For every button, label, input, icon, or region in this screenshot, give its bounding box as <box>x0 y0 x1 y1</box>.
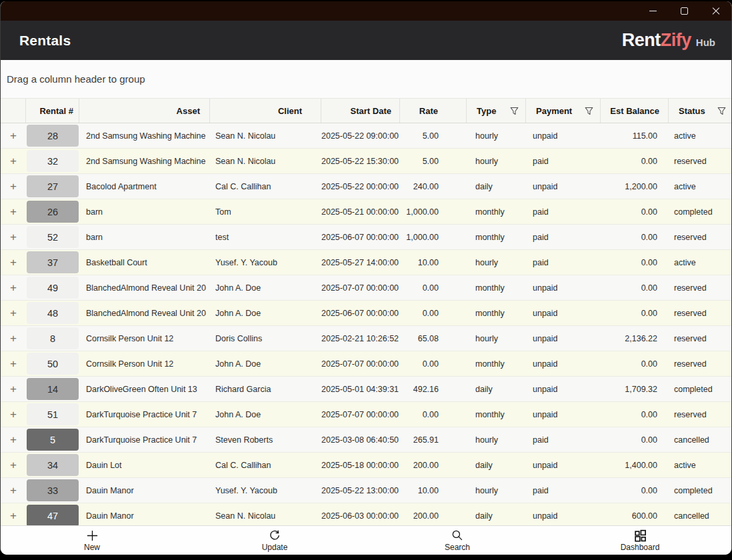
rate-cell[interactable]: 0.00 <box>400 309 467 318</box>
asset-cell[interactable]: BlanchedAlmond Reveal Unit 20 <box>79 309 210 318</box>
client-cell[interactable]: Sean N. Nicolau <box>210 511 321 521</box>
start-date-cell[interactable]: 2025-07-07 00:00:00 <box>321 283 400 293</box>
row-expander[interactable]: + <box>1 433 26 447</box>
table-row[interactable]: +27Bacolod ApartmentCal C. Callihan2025-… <box>1 174 731 199</box>
client-cell[interactable]: John A. Doe <box>210 309 321 318</box>
table-row[interactable]: +48BlanchedAlmond Reveal Unit 20John A. … <box>1 301 731 326</box>
status-cell[interactable]: active <box>669 131 731 141</box>
asset-cell[interactable]: barn <box>79 207 210 217</box>
payment-cell[interactable]: paid <box>526 258 601 267</box>
payment-cell[interactable]: paid <box>526 157 601 166</box>
rate-cell[interactable]: 10.00 <box>400 486 467 495</box>
client-cell[interactable]: Steven Roberts <box>210 435 321 445</box>
start-date-cell[interactable]: 2025-03-08 06:40:50 <box>321 435 400 445</box>
column-header-status[interactable]: Status <box>669 99 731 123</box>
start-date-cell[interactable]: 2025-06-07 00:00:00 <box>321 233 400 242</box>
status-cell[interactable]: cancelled <box>669 435 731 445</box>
type-cell[interactable]: hourly <box>467 334 526 343</box>
rate-cell[interactable]: 200.00 <box>400 511 467 521</box>
client-cell[interactable]: Sean N. Nicolau <box>210 131 321 141</box>
est-balance-cell[interactable]: 0.00 <box>601 435 669 445</box>
rate-cell[interactable]: 240.00 <box>400 182 467 191</box>
rental-number-cell[interactable]: 14 <box>26 378 79 400</box>
status-cell[interactable]: reserved <box>669 233 731 242</box>
rental-number-cell[interactable]: 34 <box>26 454 79 476</box>
asset-cell[interactable]: Cornsilk Person Unit 12 <box>79 334 210 343</box>
est-balance-cell[interactable]: 0.00 <box>601 283 669 293</box>
start-date-cell[interactable]: 2025-06-03 00:00:00 <box>321 511 400 521</box>
type-cell[interactable]: hourly <box>467 258 526 267</box>
rental-number-cell[interactable]: 51 <box>26 403 79 425</box>
asset-cell[interactable]: barn <box>79 233 210 242</box>
rental-number-cell[interactable]: 49 <box>26 277 79 299</box>
start-date-cell[interactable]: 2025-05-22 09:00:00 <box>321 131 400 141</box>
payment-cell[interactable]: unpaid <box>526 182 601 191</box>
column-header-start_date[interactable]: Start Date <box>321 99 400 123</box>
status-cell[interactable]: cancelled <box>669 511 731 521</box>
table-row[interactable]: +33Dauin ManorYusef. Y. Yacoub2025-05-22… <box>1 478 731 503</box>
type-cell[interactable]: daily <box>467 461 526 470</box>
asset-cell[interactable]: Cornsilk Person Unit 12 <box>79 359 210 369</box>
table-row[interactable]: +47Dauin ManorSean N. Nicolau2025-06-03 … <box>1 503 731 525</box>
row-expander[interactable]: + <box>1 357 26 371</box>
table-row[interactable]: +26barnTom2025-05-21 00:00:001,000.00mon… <box>1 199 731 225</box>
payment-cell[interactable]: unpaid <box>526 359 601 369</box>
rate-cell[interactable]: 1,000.00 <box>400 233 467 242</box>
column-header-payment[interactable]: Payment <box>526 99 601 123</box>
table-row[interactable]: +5DarkTurquoise Practice Unit 7Steven Ro… <box>1 427 731 453</box>
asset-cell[interactable]: DarkOliveGreen Often Unit 13 <box>79 385 210 394</box>
start-date-cell[interactable]: 2025-07-07 00:00:00 <box>321 410 400 419</box>
est-balance-cell[interactable]: 115.00 <box>601 131 669 141</box>
row-expander[interactable]: + <box>1 307 26 320</box>
est-balance-cell[interactable]: 1,200.00 <box>601 182 669 191</box>
client-cell[interactable]: test <box>210 233 321 242</box>
table-row[interactable]: +49BlanchedAlmond Reveal Unit 20John A. … <box>1 275 731 301</box>
rate-cell[interactable]: 0.00 <box>400 410 467 419</box>
type-cell[interactable]: monthly <box>467 283 526 293</box>
est-balance-cell[interactable]: 1,400.00 <box>601 461 669 470</box>
column-header-est_balance[interactable]: Est Balance <box>601 99 669 123</box>
client-cell[interactable]: Yusef. Y. Yacoub <box>210 258 321 267</box>
start-date-cell[interactable]: 2025-06-07 00:00:00 <box>321 309 400 318</box>
table-row[interactable]: +50Cornsilk Person Unit 12John A. Doe202… <box>1 351 731 377</box>
row-expander[interactable]: + <box>1 383 26 396</box>
row-expander[interactable]: + <box>1 408 26 421</box>
start-date-cell[interactable]: 2025-05-21 00:00:00 <box>321 207 400 217</box>
asset-cell[interactable]: Dauin Manor <box>79 486 210 495</box>
start-date-cell[interactable]: 2025-05-01 04:39:31 <box>321 385 400 394</box>
titlebar[interactable] <box>1 1 731 21</box>
rental-number-cell[interactable]: 37 <box>26 251 79 273</box>
payment-cell[interactable]: paid <box>526 207 601 217</box>
payment-cell[interactable]: unpaid <box>526 461 601 470</box>
rental-number-cell[interactable]: 32 <box>26 150 79 172</box>
asset-cell[interactable]: Bacolod Apartment <box>79 182 210 191</box>
client-cell[interactable]: Tom <box>210 207 321 217</box>
rental-number-cell[interactable]: 5 <box>26 429 79 451</box>
payment-cell[interactable]: unpaid <box>526 385 601 394</box>
status-cell[interactable]: completed <box>669 207 731 217</box>
row-expander[interactable]: + <box>1 155 26 168</box>
rental-number-cell[interactable]: 33 <box>26 479 79 501</box>
est-balance-cell[interactable]: 0.00 <box>601 359 669 369</box>
column-header-rate[interactable]: Rate <box>400 99 467 123</box>
table-row[interactable]: +52barntest2025-06-07 00:00:001,000.00mo… <box>1 225 731 250</box>
row-expander[interactable]: + <box>1 484 26 497</box>
status-cell[interactable]: active <box>669 461 731 470</box>
client-cell[interactable]: John A. Doe <box>210 283 321 293</box>
asset-cell[interactable]: BlanchedAlmond Reveal Unit 20 <box>79 283 210 293</box>
type-cell[interactable]: monthly <box>467 207 526 217</box>
est-balance-cell[interactable]: 0.00 <box>601 207 669 217</box>
client-cell[interactable]: Cal C. Callihan <box>210 461 321 470</box>
est-balance-cell[interactable]: 600.00 <box>601 511 669 521</box>
row-expander[interactable]: + <box>1 129 26 143</box>
type-cell[interactable]: monthly <box>467 309 526 318</box>
status-cell[interactable]: reserved <box>669 359 731 369</box>
type-cell[interactable]: daily <box>467 385 526 394</box>
rate-cell[interactable]: 5.00 <box>400 157 467 166</box>
rate-cell[interactable]: 5.00 <box>400 131 467 141</box>
search-button[interactable]: Search <box>366 526 549 555</box>
asset-cell[interactable]: Dauin Lot <box>79 461 210 470</box>
status-cell[interactable]: active <box>669 182 731 191</box>
type-cell[interactable]: hourly <box>467 157 526 166</box>
client-cell[interactable]: Yusef. Y. Yacoub <box>210 486 321 495</box>
